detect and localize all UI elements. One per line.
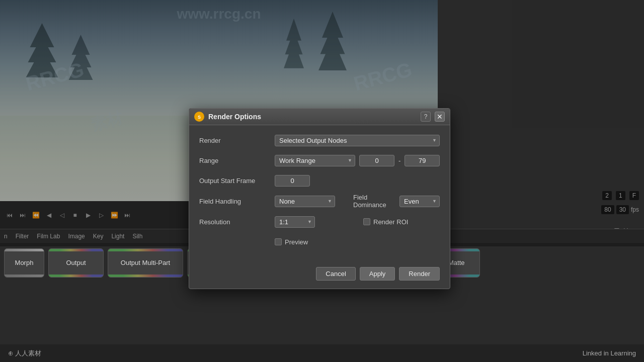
dialog-title-left: S Render Options	[194, 112, 261, 122]
node-output-multipart-label: Output Multi-Part	[121, 259, 170, 266]
toolbar-item-filmlab[interactable]: Film Lab	[37, 233, 60, 240]
preview-label-text: Preview	[285, 238, 308, 246]
toolbar-item-key[interactable]: Key	[93, 233, 104, 240]
dialog-title-text: Render Options	[208, 113, 261, 121]
node-morph[interactable]: Morph	[4, 248, 44, 278]
field-dominance-select-wrapper: Even Odd	[399, 196, 440, 207]
frame-counter-2: 1	[616, 191, 625, 200]
toolbar-item-filter[interactable]: Filter	[16, 233, 29, 240]
transport-next-fast[interactable]: ⏩	[109, 210, 120, 221]
node-output-label: Output	[66, 259, 86, 266]
transport-jump-end[interactable]: ⏭	[122, 210, 133, 221]
output-start-input[interactable]	[275, 175, 310, 187]
transport-next-frame[interactable]: ▷	[96, 210, 107, 221]
node-morph-label: Morph	[15, 259, 34, 266]
range-label: Range	[199, 157, 275, 164]
render-label: Render	[199, 137, 275, 144]
svg-text:S: S	[198, 115, 201, 120]
toolbar-item-silh[interactable]: Silh	[132, 233, 142, 240]
render-select-wrapper: Selected Output Nodes All Output Nodes	[275, 135, 440, 146]
transport-prev-1[interactable]: ◁	[56, 210, 67, 221]
range-select[interactable]: Work Range Global Range Custom	[275, 155, 355, 166]
render-roi-group: Render ROI	[363, 218, 408, 226]
output-start-label: Output Start Frame	[199, 177, 275, 185]
output-start-control	[275, 175, 440, 187]
field-dominance-label: Field Dominance	[353, 194, 395, 209]
preview-checkbox-label[interactable]: Preview	[275, 238, 440, 246]
dialog-help-button[interactable]: ?	[421, 112, 431, 122]
range-select-wrapper: Work Range Global Range Custom	[275, 155, 355, 166]
render-control: Selected Output Nodes All Output Nodes	[275, 135, 440, 146]
resolution-select-wrapper: 1:1 1:2 1:4	[275, 216, 315, 228]
transport-prev-frame-fast[interactable]: ⏪	[30, 210, 41, 221]
transport-stop[interactable]: ■	[69, 210, 80, 221]
range-end-input[interactable]	[405, 155, 440, 166]
transport-play[interactable]: ▶	[83, 210, 94, 221]
resolution-label: Resolution	[199, 218, 275, 226]
apply-button[interactable]: Apply	[360, 267, 395, 281]
field-handling-select-wrapper: None Upper Field First Lower Field First	[275, 196, 335, 207]
toolbar-item-n[interactable]: n	[4, 233, 8, 240]
status-linked-learning: Linked in Learning	[583, 349, 636, 357]
fps-val1: 80	[601, 205, 614, 214]
field-handling-label: Field Handling	[199, 198, 275, 205]
fps-label: fps	[631, 206, 639, 213]
dialog-title-buttons: ? ✕	[421, 112, 445, 122]
range-group: Work Range Global Range Custom -	[275, 155, 440, 166]
cancel-button[interactable]: Cancel	[316, 267, 355, 281]
field-dominance-group: Field Dominance Even Odd	[353, 194, 440, 209]
toolbar-item-image[interactable]: Image	[68, 233, 85, 240]
field-handling-control: None Upper Field First Lower Field First…	[275, 194, 440, 209]
right-panel: 2 1 F 80 30 fps ⊞ ✕	[438, 0, 644, 231]
dialog-body: Render Selected Output Nodes All Output …	[189, 125, 450, 263]
range-row: Range Work Range Global Range Custom -	[199, 153, 440, 167]
transport-jump-start[interactable]: ⏮	[4, 210, 15, 221]
node-output-multipart[interactable]: Output Multi-Part	[108, 248, 183, 278]
field-dominance-select[interactable]: Even Odd	[399, 196, 440, 207]
resolution-control: 1:1 1:2 1:4 Render ROI	[275, 216, 440, 228]
dialog-footer: Cancel Apply Render	[189, 263, 450, 289]
resolution-select[interactable]: 1:1 1:2 1:4	[275, 216, 315, 228]
status-logo: ⊕ 人人素材	[8, 349, 41, 358]
range-control: Work Range Global Range Custom -	[275, 155, 440, 166]
fps-val2: 30	[616, 205, 629, 214]
frame-counter-1: 2	[602, 191, 612, 200]
render-roi-label: Render ROI	[373, 218, 408, 226]
dialog-close-button[interactable]: ✕	[435, 112, 445, 122]
render-options-dialog: S Render Options ? ✕ Render Selected Out…	[189, 108, 450, 289]
transport-prev-key[interactable]: ⏭	[17, 210, 28, 221]
transport-prev-frame[interactable]: ◀	[43, 210, 54, 221]
render-select[interactable]: Selected Output Nodes All Output Nodes	[275, 135, 440, 146]
status-bar: ⊕ 人人素材 Linked in Learning	[0, 344, 644, 362]
field-handling-select[interactable]: None Upper Field First Lower Field First	[275, 196, 335, 207]
range-start-input[interactable]	[359, 155, 394, 166]
preview-row: Preview	[199, 235, 440, 249]
range-separator: -	[398, 157, 400, 164]
render-row: Render Selected Output Nodes All Output …	[199, 133, 440, 147]
preview-checkbox[interactable]	[275, 238, 282, 245]
node-output[interactable]: Output	[48, 248, 104, 278]
frame-flag: F	[629, 191, 639, 200]
toolbar-item-light[interactable]: Light	[111, 233, 124, 240]
dialog-titlebar: S Render Options ? ✕	[189, 109, 450, 125]
resolution-row: Resolution 1:1 1:2 1:4 Render ROI	[199, 215, 440, 229]
dialog-icon: S	[194, 112, 204, 122]
render-button[interactable]: Render	[399, 267, 440, 281]
output-start-row: Output Start Frame	[199, 173, 440, 188]
field-handling-row: Field Handling None Upper Field First Lo…	[199, 194, 440, 209]
render-roi-checkbox[interactable]	[363, 218, 370, 225]
preview-control: Preview	[275, 238, 440, 246]
